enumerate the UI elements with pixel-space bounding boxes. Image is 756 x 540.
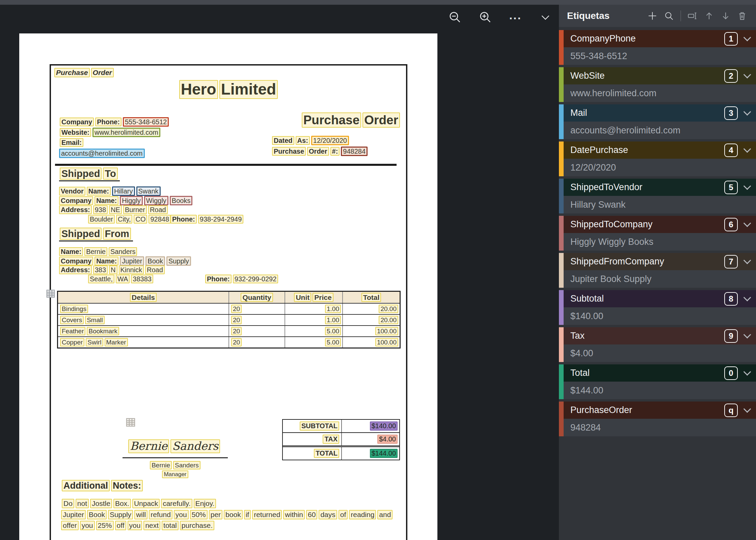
- doc-word[interactable]: Total: [361, 293, 381, 302]
- tag-value[interactable]: Higgly Wiggly Books: [564, 233, 756, 251]
- doc-word[interactable]: 555-348-6512: [123, 117, 169, 127]
- doc-word[interactable]: TAX: [323, 435, 339, 443]
- tag-value[interactable]: $140.00: [564, 307, 756, 325]
- doc-word[interactable]: Purchase: [302, 112, 361, 128]
- delete-tag-icon[interactable]: [737, 11, 747, 21]
- doc-word[interactable]: 938: [93, 205, 108, 214]
- tag-header-row[interactable]: PurchaseOrderq: [564, 402, 756, 419]
- doc-word[interactable]: Phone:: [205, 275, 232, 283]
- doc-word[interactable]: Company: [60, 118, 94, 126]
- tag-value[interactable]: www.herolimited.com: [564, 84, 756, 102]
- totals-grid-icon[interactable]: [125, 417, 136, 429]
- add-tag-icon[interactable]: [647, 11, 657, 21]
- doc-word[interactable]: Jostle: [90, 499, 112, 508]
- tag-value[interactable]: 555-348-6512: [564, 47, 756, 65]
- doc-word[interactable]: Website:: [60, 128, 91, 137]
- doc-word[interactable]: Name:: [59, 247, 83, 256]
- doc-word[interactable]: accounts@herolimited.com: [59, 149, 145, 158]
- doc-word[interactable]: Burner: [123, 205, 147, 214]
- tag-header-row[interactable]: Subtotal8: [564, 290, 756, 307]
- doc-word[interactable]: NE: [109, 205, 122, 214]
- doc-word[interactable]: Address:: [59, 265, 92, 274]
- doc-word[interactable]: Price: [313, 293, 333, 302]
- doc-word[interactable]: per: [209, 510, 222, 519]
- doc-word[interactable]: Name:: [94, 196, 118, 205]
- doc-word[interactable]: Jupiter: [120, 256, 144, 266]
- doc-word[interactable]: Bindings: [60, 305, 88, 313]
- doc-word[interactable]: Hillary: [112, 186, 135, 196]
- doc-word[interactable]: TOTAL: [314, 449, 339, 458]
- doc-word[interactable]: Purchase: [54, 68, 90, 77]
- tag-chevron-down-icon[interactable]: [744, 331, 751, 339]
- doc-word[interactable]: returned: [252, 510, 282, 519]
- doc-word[interactable]: Book: [145, 256, 165, 266]
- doc-word[interactable]: if: [244, 510, 251, 519]
- doc-word[interactable]: Book: [87, 510, 107, 519]
- doc-word[interactable]: Enjoy.: [194, 499, 216, 508]
- doc-word[interactable]: Notes:: [111, 480, 143, 491]
- doc-word[interactable]: Shipped: [60, 168, 102, 180]
- doc-word[interactable]: Order: [362, 112, 400, 128]
- doc-word[interactable]: 60: [306, 510, 317, 519]
- doc-word[interactable]: not: [76, 499, 89, 508]
- doc-word[interactable]: Sanders: [170, 439, 220, 453]
- doc-word[interactable]: Bernie: [128, 439, 169, 453]
- tag-value[interactable]: Hillary Swank: [564, 196, 756, 213]
- tag-header-row[interactable]: Tax9: [564, 327, 756, 344]
- doc-word[interactable]: To: [103, 168, 117, 180]
- doc-word[interactable]: 20: [231, 338, 242, 346]
- doc-word[interactable]: 938-294-2949: [198, 215, 244, 224]
- doc-word[interactable]: SUBTOTAL: [300, 421, 339, 430]
- tag-header-row[interactable]: Total0: [564, 364, 756, 382]
- doc-word[interactable]: Purchase: [272, 147, 306, 156]
- tag-header-row[interactable]: WebSite2: [564, 67, 756, 84]
- more-options-icon[interactable]: ...: [509, 14, 522, 17]
- doc-word[interactable]: Covers: [60, 316, 84, 324]
- doc-word[interactable]: 383: [93, 265, 108, 274]
- doc-word[interactable]: Feather: [60, 327, 85, 335]
- doc-word[interactable]: Quantity: [241, 293, 273, 302]
- doc-word[interactable]: As:: [296, 136, 310, 145]
- tag-chevron-down-icon[interactable]: [744, 34, 751, 42]
- search-tags-icon[interactable]: [664, 11, 674, 21]
- doc-word[interactable]: City,: [116, 215, 133, 224]
- tag-header-row[interactable]: CompanyPhone1: [564, 30, 756, 47]
- doc-word[interactable]: Company: [59, 257, 93, 265]
- tag-chevron-down-icon[interactable]: [744, 368, 751, 376]
- tag-chevron-down-icon[interactable]: [744, 182, 751, 190]
- table-grid-icon[interactable]: [46, 288, 56, 300]
- tag-chevron-down-icon[interactable]: [744, 294, 751, 302]
- doc-word[interactable]: Road: [148, 205, 168, 214]
- tag-chevron-down-icon[interactable]: [744, 405, 751, 413]
- doc-word[interactable]: Higgly: [120, 196, 143, 205]
- doc-word[interactable]: Phone:: [170, 215, 197, 224]
- doc-word[interactable]: CO: [134, 215, 147, 224]
- doc-word[interactable]: offer: [61, 521, 79, 530]
- tag-header-row[interactable]: ShippedToCompany6: [564, 216, 756, 233]
- doc-word[interactable]: 5.00: [325, 327, 341, 335]
- doc-word[interactable]: Limited: [219, 80, 278, 99]
- tag-chevron-down-icon[interactable]: [744, 220, 751, 227]
- doc-word[interactable]: Marker: [105, 338, 128, 346]
- doc-word[interactable]: Bernie: [150, 461, 172, 469]
- doc-word[interactable]: $4.00: [377, 435, 398, 443]
- doc-word[interactable]: N: [109, 265, 117, 274]
- doc-word[interactable]: 948284: [341, 147, 368, 156]
- tag-chevron-down-icon[interactable]: [744, 71, 751, 79]
- doc-word[interactable]: Order: [91, 68, 114, 77]
- rename-tag-icon[interactable]: [687, 11, 698, 21]
- doc-word[interactable]: Hero: [179, 80, 218, 99]
- doc-word[interactable]: Supply: [166, 256, 191, 266]
- doc-word[interactable]: Details: [130, 293, 157, 302]
- doc-word[interactable]: Bookmark: [87, 327, 119, 335]
- doc-word[interactable]: total: [162, 521, 179, 530]
- doc-word[interactable]: Supply: [108, 510, 133, 519]
- doc-word[interactable]: Swank: [136, 186, 161, 196]
- doc-word[interactable]: 100.00: [375, 327, 398, 335]
- doc-word[interactable]: Address:: [59, 205, 92, 214]
- move-tag-up-icon[interactable]: [704, 11, 714, 21]
- doc-word[interactable]: will: [134, 510, 147, 519]
- doc-word[interactable]: Manager: [162, 470, 188, 478]
- tag-value[interactable]: accounts@herolimited.com: [564, 122, 756, 139]
- doc-word[interactable]: reading: [349, 510, 376, 519]
